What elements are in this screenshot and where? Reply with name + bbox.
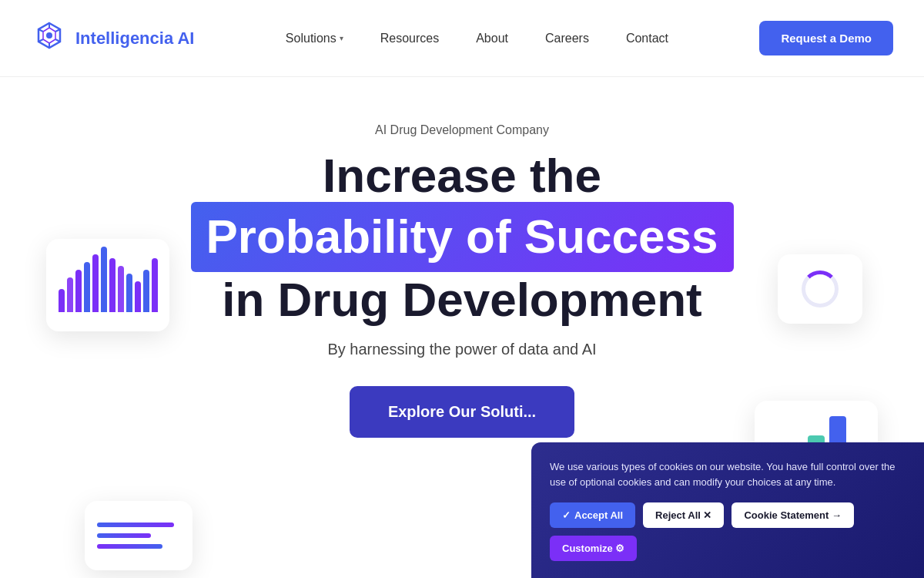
cookie-statement-button[interactable]: Cookie Statement → <box>732 502 853 528</box>
bar-item <box>118 266 124 312</box>
hero-subtitle: AI Drug Development Company <box>31 123 893 137</box>
bar-item <box>126 274 132 312</box>
bar-item <box>109 258 116 312</box>
nav-careers[interactable]: Careers <box>545 32 589 45</box>
spinner-card <box>778 254 862 324</box>
logo-ai-text: AI <box>173 29 194 48</box>
bar-item <box>59 289 65 312</box>
nav-solutions[interactable]: Solutions ▾ <box>286 32 343 45</box>
line-item-3 <box>97 544 162 549</box>
bar-item <box>92 254 99 312</box>
line-item-2 <box>97 533 151 538</box>
bar-item <box>143 270 149 312</box>
logo-name: Intelligencia AI <box>75 29 194 49</box>
bar-item <box>75 270 82 312</box>
logo-name-text: Intelligencia <box>75 29 173 48</box>
bar-chart-left <box>59 258 158 312</box>
bar-item <box>152 258 158 312</box>
bar-chart-card-left <box>46 239 169 331</box>
header: Intelligencia AI Solutions ▾ Resources A… <box>0 0 924 77</box>
chevron-down-icon: ▾ <box>340 34 343 42</box>
accept-all-button[interactable]: ✓ Accept All <box>550 502 635 528</box>
bar-item <box>84 262 90 312</box>
hero-highlight-text: Probability of Success <box>191 202 734 271</box>
cookie-banner: We use various types of cookies on our w… <box>531 442 924 578</box>
main-nav: Solutions ▾ Resources About Careers Cont… <box>286 32 668 45</box>
cookie-button-group: ✓ Accept All Reject All ✕ Cookie Stateme… <box>550 502 906 561</box>
reject-all-button[interactable]: Reject All ✕ <box>643 502 724 528</box>
bar-item <box>135 281 141 312</box>
line-item-1 <box>97 523 174 527</box>
lines-card <box>85 501 192 570</box>
bar-item <box>67 277 73 312</box>
bar-item <box>101 247 107 312</box>
checkmark-icon: ✓ <box>562 509 571 521</box>
nav-about[interactable]: About <box>476 32 508 45</box>
request-demo-button[interactable]: Request a Demo <box>759 21 893 55</box>
statement-label: Cookie Statement → <box>744 509 841 521</box>
nav-contact[interactable]: Contact <box>626 32 668 45</box>
logo[interactable]: Intelligencia AI <box>31 20 194 57</box>
nav-resources[interactable]: Resources <box>380 32 439 45</box>
svg-point-2 <box>46 32 52 39</box>
customize-button[interactable]: Customize ⚙ <box>550 536 637 561</box>
explore-solutions-button[interactable]: Explore Our Soluti... <box>350 386 574 438</box>
hero-description: By harnessing the power of data and AI <box>31 341 893 358</box>
cookie-message: We use various types of cookies on our w… <box>550 459 906 490</box>
loading-spinner-icon <box>802 271 839 307</box>
customize-label: Customize ⚙ <box>562 543 624 554</box>
reject-label: Reject All ✕ <box>655 509 711 521</box>
hero-line1: Increase the <box>323 149 601 202</box>
logo-icon <box>31 20 68 57</box>
